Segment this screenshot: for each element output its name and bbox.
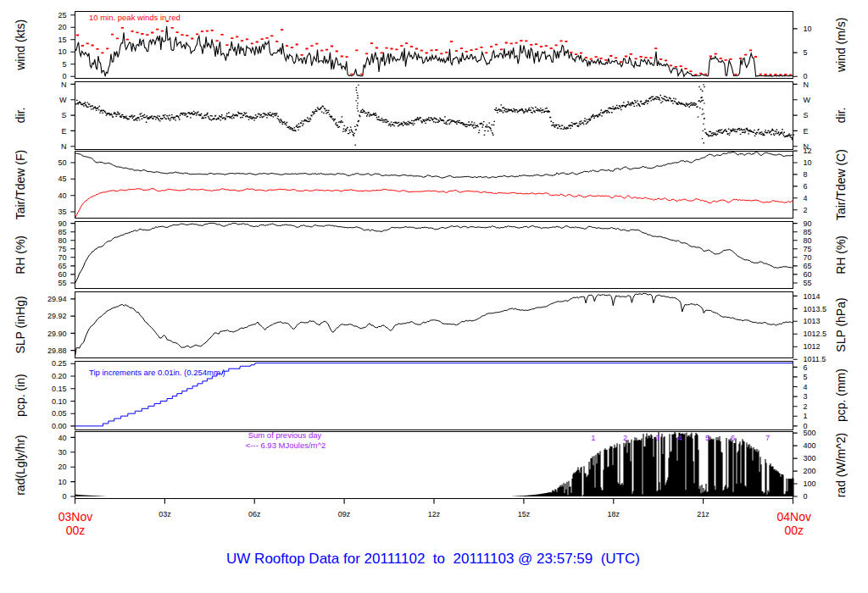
svg-text:rad(Lgly/hr): rad(Lgly/hr): [14, 435, 27, 496]
svg-text:10: 10: [804, 25, 812, 33]
svg-text:pcp. (in): pcp. (in): [14, 374, 27, 417]
svg-text:4: 4: [678, 433, 682, 442]
svg-text:500: 500: [804, 429, 816, 437]
svg-text:400: 400: [804, 441, 816, 450]
svg-text:80: 80: [804, 236, 812, 245]
svg-text:5: 5: [804, 373, 808, 381]
svg-text:Tair/Tdew (F): Tair/Tdew (F): [14, 150, 27, 219]
svg-text:06z: 06z: [248, 510, 261, 518]
svg-text:Tip increments are 0.01in. (0.: Tip increments are 0.01in. (0.254mm.): [89, 368, 225, 377]
svg-text:2: 2: [804, 402, 808, 411]
svg-text:65: 65: [804, 262, 812, 270]
svg-text:N: N: [804, 80, 810, 89]
svg-text:300: 300: [804, 454, 816, 463]
svg-text:50: 50: [58, 158, 66, 167]
svg-text:1013.5: 1013.5: [804, 305, 827, 313]
svg-text:55: 55: [804, 279, 812, 287]
svg-text:RH (%): RH (%): [14, 236, 27, 274]
svg-text:pcp. (mm): pcp. (mm): [834, 369, 848, 422]
svg-text:3: 3: [804, 392, 808, 401]
svg-text:0.25: 0.25: [52, 359, 67, 368]
svg-text:1: 1: [591, 433, 595, 442]
svg-text:3: 3: [655, 433, 659, 442]
svg-text:0.15: 0.15: [52, 385, 67, 393]
svg-text:90: 90: [804, 219, 812, 228]
svg-text:6: 6: [804, 182, 808, 191]
svg-text:8: 8: [804, 170, 808, 179]
svg-text:E: E: [61, 127, 66, 136]
svg-text:6: 6: [731, 433, 735, 442]
svg-text:5: 5: [804, 48, 808, 57]
svg-text:<--- 6.93 MJoules/m^2: <--- 6.93 MJoules/m^2: [246, 441, 326, 450]
svg-text:65: 65: [58, 262, 66, 270]
svg-text:1013: 1013: [804, 317, 821, 325]
svg-text:5: 5: [705, 433, 709, 442]
svg-text:2: 2: [623, 433, 627, 442]
svg-text:0: 0: [62, 492, 66, 501]
svg-text:25: 25: [58, 11, 66, 19]
svg-text:10 min. peak winds in red: 10 min. peak winds in red: [89, 13, 181, 22]
svg-text:60: 60: [58, 270, 66, 279]
svg-text:2: 2: [804, 206, 808, 214]
svg-text:UW Rooftop Data for 20111102: UW Rooftop Data for 20111102 to 20111103…: [226, 551, 640, 567]
svg-text:21z: 21z: [697, 510, 709, 518]
svg-text:29.92: 29.92: [47, 312, 67, 320]
svg-text:1012.5: 1012.5: [804, 330, 827, 338]
svg-text:04Nov: 04Nov: [776, 510, 810, 524]
svg-text:10: 10: [804, 158, 812, 167]
svg-text:4: 4: [804, 383, 808, 391]
svg-text:60: 60: [804, 270, 812, 279]
svg-text:S: S: [804, 111, 809, 119]
svg-text:200: 200: [804, 467, 816, 475]
svg-text:W: W: [59, 96, 67, 104]
svg-text:15z: 15z: [518, 510, 531, 518]
svg-text:0.05: 0.05: [52, 409, 67, 418]
svg-text:29.88: 29.88: [47, 346, 67, 355]
svg-text:80: 80: [58, 236, 66, 245]
svg-text:dir.: dir.: [834, 108, 848, 124]
svg-text:45: 45: [58, 175, 66, 183]
svg-text:15: 15: [58, 36, 66, 44]
svg-text:SLP (hPa): SLP (hPa): [834, 297, 848, 352]
svg-text:40: 40: [58, 191, 66, 200]
svg-text:1012: 1012: [804, 342, 821, 351]
svg-text:40: 40: [58, 434, 66, 442]
svg-text:7: 7: [765, 433, 770, 442]
svg-text:S: S: [61, 111, 66, 119]
svg-text:1014: 1014: [804, 292, 821, 301]
svg-text:4: 4: [804, 194, 808, 202]
svg-text:03Nov: 03Nov: [58, 510, 92, 524]
svg-text:85: 85: [58, 228, 66, 236]
svg-text:70: 70: [804, 253, 812, 262]
svg-text:0: 0: [804, 492, 808, 501]
svg-text:N: N: [61, 142, 67, 151]
svg-text:W: W: [804, 96, 811, 104]
svg-text:00z: 00z: [784, 524, 804, 537]
svg-text:RH (%): RH (%): [834, 236, 848, 274]
svg-text:0.20: 0.20: [52, 372, 67, 380]
svg-text:SLP (inHg): SLP (inHg): [14, 296, 27, 353]
svg-text:5: 5: [62, 60, 66, 69]
svg-text:00z: 00z: [66, 524, 86, 537]
svg-text:29.94: 29.94: [47, 295, 67, 303]
svg-text:85: 85: [804, 228, 812, 236]
svg-text:90: 90: [58, 219, 66, 228]
svg-text:10: 10: [58, 47, 66, 56]
svg-text:wind (kts): wind (kts): [14, 19, 27, 71]
svg-text:18z: 18z: [608, 510, 620, 518]
svg-text:wind (m/s): wind (m/s): [834, 18, 848, 74]
svg-text:75: 75: [58, 245, 66, 253]
svg-text:0.00: 0.00: [52, 422, 67, 430]
svg-text:6: 6: [804, 363, 808, 372]
svg-text:55: 55: [58, 279, 66, 287]
svg-text:03z: 03z: [159, 510, 171, 518]
svg-text:75: 75: [804, 245, 812, 253]
svg-text:0.10: 0.10: [52, 397, 67, 406]
svg-text:rad (W/m^2): rad (W/m^2): [834, 433, 848, 498]
svg-text:dir.: dir.: [14, 108, 27, 124]
svg-text:70: 70: [58, 253, 66, 262]
svg-text:20: 20: [58, 463, 66, 471]
svg-text:30: 30: [58, 448, 66, 457]
svg-text:10: 10: [58, 478, 66, 486]
svg-text:Tair/Tdew (C): Tair/Tdew (C): [834, 149, 848, 220]
